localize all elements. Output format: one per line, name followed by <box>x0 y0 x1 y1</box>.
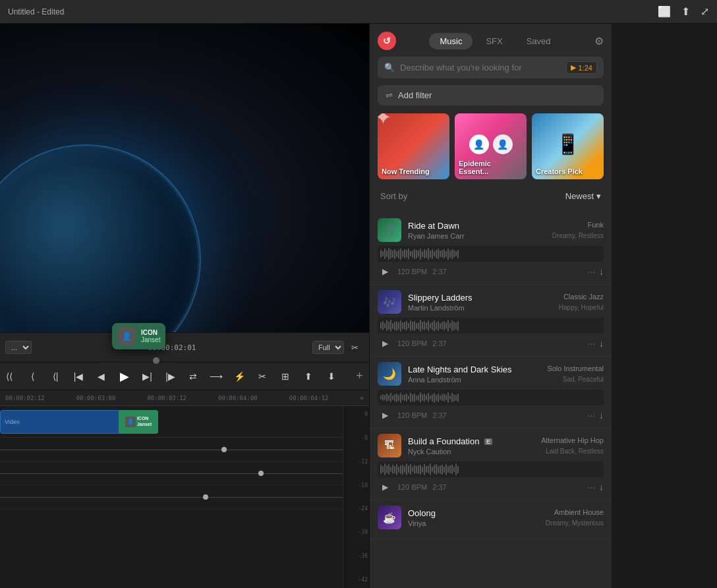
vol-label-24: -24 <box>345 506 368 512</box>
wbar <box>434 393 435 403</box>
track-title-row-1: Ride at Dawn Funk <box>408 221 604 231</box>
track-tags-4: Laid Back, Restless <box>546 448 604 456</box>
vol-handle-3[interactable] <box>203 494 208 500</box>
track-top-row-5: ☕ Oolong Ambient House Viriya Dreamy, My… <box>378 506 604 529</box>
icon-card-inner: 👤 ICON Janset <box>125 416 152 427</box>
wbar <box>426 466 427 473</box>
fullscreen-icon[interactable]: ⤢ <box>701 5 709 18</box>
wbar <box>449 465 451 473</box>
step-forward-button[interactable]: ▶| <box>138 366 157 387</box>
snap-button[interactable]: ⚡ <box>230 366 249 387</box>
vol-handle-2[interactable] <box>258 471 264 476</box>
wbar <box>402 395 403 400</box>
prev-frame-button[interactable]: ⟨ <box>23 366 42 387</box>
sort-dropdown[interactable]: Newest ▾ <box>565 191 601 201</box>
window-icon[interactable]: ⬜ <box>658 5 671 18</box>
merge-button[interactable]: ⊞ <box>276 366 295 387</box>
wbar <box>428 248 429 260</box>
track-download-2-icon[interactable]: ↓ <box>599 338 604 349</box>
wbar <box>451 393 453 402</box>
wbar <box>394 322 395 330</box>
tooltip-name: Janset <box>141 336 160 343</box>
play-track-3-button[interactable]: ▶ <box>378 408 392 423</box>
reverse-play-button[interactable]: ◀ <box>92 366 111 387</box>
wbar <box>430 323 431 328</box>
wbar <box>400 320 401 332</box>
play-track-4-button[interactable]: ▶ <box>378 480 392 494</box>
wbar <box>396 464 397 475</box>
tab-sfx[interactable]: SFX <box>475 33 513 49</box>
wbar <box>386 320 387 331</box>
add-button[interactable]: + <box>350 366 369 387</box>
wbar <box>426 395 427 400</box>
snap-tool-icon[interactable]: ✂ <box>345 338 364 357</box>
track-actions-2: ··· ↓ <box>587 338 604 349</box>
wbar <box>449 250 451 258</box>
track-item: ☕ Oolong Ambient House Viriya Dreamy, My… <box>370 500 612 539</box>
sort-label: Sort by <box>380 191 407 201</box>
track-bottom-row-3: ▶ 120 BPM 2:37 ··· ↓ <box>378 408 604 423</box>
top-bar: Untitled - Edited ⬜ ⬆ ⤢ <box>0 0 717 24</box>
wbar <box>457 466 459 473</box>
card-epidemic[interactable]: 👤 👤 Epidemic Essent... <box>455 113 527 179</box>
wbar <box>380 465 382 474</box>
search-bar[interactable]: 🔍 ▶ 1:24 <box>378 57 604 78</box>
zoom-select[interactable]: Full <box>312 341 344 354</box>
filter-row[interactable]: ⇌ Add filter <box>378 85 604 105</box>
track-artist-4: Nyck Caution <box>408 448 451 456</box>
view-select[interactable]: ... <box>5 341 32 354</box>
lift-button[interactable]: ⬆ <box>299 366 318 387</box>
play-button[interactable]: ▶ <box>115 366 134 387</box>
back-clip-button[interactable]: |◀ <box>69 366 88 387</box>
tab-music[interactable]: Music <box>429 33 473 49</box>
track-more-1-icon[interactable]: ··· <box>587 266 595 277</box>
export-icon[interactable]: ⬆ <box>681 5 690 18</box>
wbar <box>455 395 457 401</box>
top-bar-actions: ⬜ ⬆ ⤢ <box>658 5 709 18</box>
track-more-3-icon[interactable]: ··· <box>587 410 595 421</box>
ripple-button[interactable]: ⟶ <box>207 366 226 387</box>
wbar <box>394 466 395 473</box>
to-start-button[interactable]: ⟨⟨ <box>0 366 19 387</box>
card-now-trending[interactable]: ✦ Now Trending <box>378 113 449 179</box>
track-download-3-icon[interactable]: ↓ <box>599 410 604 421</box>
wbar <box>436 250 437 258</box>
tab-saved[interactable]: Saved <box>516 33 561 49</box>
play-track-1-button[interactable]: ▶ <box>378 264 392 279</box>
music-logo-row: ↺ Music SFX Saved ⚙ <box>378 32 604 50</box>
wbar <box>410 320 411 331</box>
icon-clip[interactable]: 👤 ICON Janset <box>119 410 158 434</box>
track-artist-5: Viriya <box>408 519 426 527</box>
wbar <box>390 393 391 402</box>
settings-icon[interactable]: ⚙ <box>594 35 604 47</box>
planet-rim <box>0 144 201 332</box>
play-track-2-button[interactable]: ▶ <box>378 336 392 351</box>
track-download-1-icon[interactable]: ↓ <box>599 266 604 277</box>
wbar <box>402 465 403 475</box>
wbar <box>426 322 427 329</box>
track-download-4-icon[interactable]: ↓ <box>599 482 604 492</box>
card-creators[interactable]: 📱 Creators Pick <box>532 113 604 179</box>
cursor-dot <box>153 357 159 364</box>
track-info-4: Build a Foundation E Alternative Hip Hop… <box>408 436 604 456</box>
vol-handle-1[interactable] <box>221 447 227 452</box>
loop-button[interactable]: ⇄ <box>184 366 203 387</box>
vol-label-6: -6 <box>345 435 368 441</box>
step-back-button[interactable]: ⟨| <box>46 366 65 387</box>
next-clip-button[interactable]: |▶ <box>161 366 180 387</box>
cut-button[interactable]: ✂ <box>253 366 272 387</box>
track-more-4-icon[interactable]: ··· <box>587 482 595 492</box>
app-title: Untitled - Edited <box>8 7 64 16</box>
sort-value-label: Newest <box>565 191 594 201</box>
filter-icon: ⇌ <box>386 90 393 100</box>
track-list: 🎵 Ride at Dawn Funk Ryan James Carr Drea… <box>370 213 612 588</box>
icon-name: Janset <box>137 422 152 427</box>
wbar <box>404 466 405 473</box>
search-input[interactable] <box>400 63 561 73</box>
wbar <box>455 322 457 330</box>
wbar <box>453 467 455 472</box>
extract-button[interactable]: ⬇ <box>322 366 341 387</box>
track-more-2-icon[interactable]: ··· <box>587 338 595 349</box>
track-title-4: Build a Foundation E <box>408 436 492 446</box>
wbar <box>390 249 391 258</box>
